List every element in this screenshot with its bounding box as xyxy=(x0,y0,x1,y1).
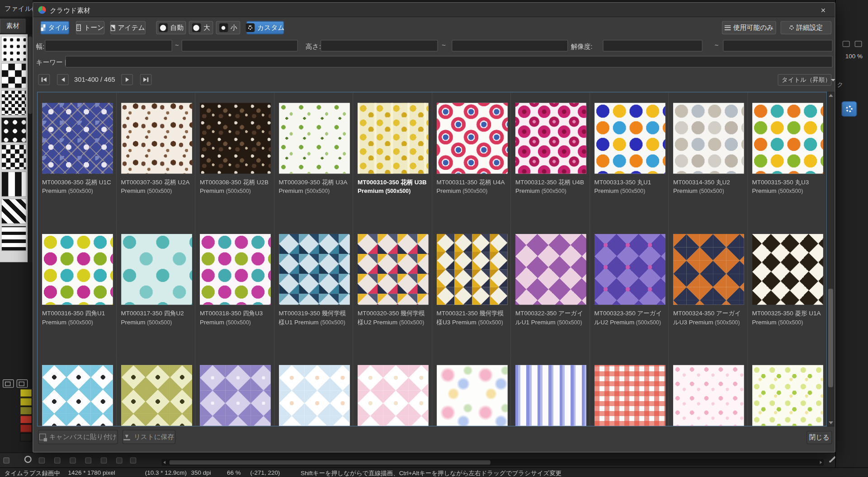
paste-to-canvas-button[interactable]: キャンバスに貼り付け xyxy=(38,430,118,444)
material-thumbnail[interactable] xyxy=(42,103,113,174)
scrollbar-thumb[interactable] xyxy=(828,289,833,387)
material-thumbnail[interactable] xyxy=(358,103,429,174)
material-cell xyxy=(748,355,826,426)
tool-icon[interactable] xyxy=(130,458,136,463)
first-page-button[interactable] xyxy=(38,74,50,85)
scroll-down-icon[interactable] xyxy=(829,421,833,424)
grid-vertical-scrollbar[interactable] xyxy=(827,92,834,426)
material-thumbnail[interactable] xyxy=(437,103,508,174)
material-palette-tab[interactable]: 素材 xyxy=(0,19,25,33)
size-filter-custom[interactable]: カスタム xyxy=(246,21,284,34)
detail-settings-button[interactable]: 詳細設定 xyxy=(781,21,832,34)
material-thumbnail[interactable] xyxy=(752,234,823,305)
width-min-input[interactable] xyxy=(45,40,172,51)
material-thumbnail[interactable] xyxy=(752,365,823,426)
pattern-thumbnail[interactable] xyxy=(1,63,26,89)
pattern-thumbnail[interactable] xyxy=(1,90,26,116)
material-thumbnail[interactable] xyxy=(121,365,192,426)
pattern-thumbnail[interactable] xyxy=(1,36,26,61)
color-swatch[interactable] xyxy=(20,389,32,397)
color-swatch[interactable] xyxy=(20,424,32,432)
panel-menu-icon[interactable] xyxy=(855,41,862,47)
material-thumbnail[interactable] xyxy=(200,365,271,426)
close-icon[interactable]: × xyxy=(817,5,829,15)
material-thumbnail[interactable] xyxy=(121,234,192,305)
material-thumbnail[interactable] xyxy=(752,103,823,174)
material-thumbnail[interactable] xyxy=(594,103,665,174)
material-thumbnail[interactable] xyxy=(42,234,113,305)
material-thumbnail[interactable] xyxy=(358,234,429,305)
material-thumbnail[interactable] xyxy=(121,103,192,174)
color-swatch[interactable] xyxy=(20,407,32,415)
usable-only-button[interactable]: 使用可能のみ xyxy=(722,21,776,34)
pattern-thumbnail[interactable] xyxy=(1,226,26,251)
canvas-horizontal-scrollbar[interactable] xyxy=(162,459,824,466)
resolution-min-input[interactable] xyxy=(603,40,702,51)
next-page-button[interactable] xyxy=(121,74,133,85)
tab-item[interactable]: アイテム xyxy=(110,21,146,34)
width-label: 幅: xyxy=(36,42,45,51)
tool-icon[interactable] xyxy=(3,458,9,463)
prev-page-button[interactable] xyxy=(57,74,69,85)
resolution-max-input[interactable] xyxy=(723,40,832,51)
panel-collapse-icon[interactable] xyxy=(843,41,850,47)
settings-gear-button[interactable] xyxy=(841,101,857,117)
size-filter-large[interactable]: 大 xyxy=(189,21,213,34)
application-window: ファイル(F) 素材 100 % ク タイムラプス録画中 1426 * xyxy=(0,0,868,477)
material-thumbnail[interactable] xyxy=(594,234,665,305)
material-list-scrollbar[interactable] xyxy=(28,34,33,262)
pattern-thumbnail[interactable] xyxy=(1,145,26,170)
tool-icon[interactable] xyxy=(101,458,107,463)
material-thumbnail[interactable] xyxy=(515,103,586,174)
cloud-materials-dialog: クラウド素材 × タイル トーン アイテム 自動 大 xyxy=(33,2,835,453)
material-thumbnail[interactable] xyxy=(673,234,744,305)
scroll-up-icon[interactable] xyxy=(829,94,833,97)
material-thumbnail[interactable] xyxy=(673,365,744,426)
scroll-right-icon[interactable] xyxy=(820,461,822,464)
sort-dropdown[interactable]: タイトル（昇順） xyxy=(778,74,831,86)
pattern-thumbnail[interactable] xyxy=(1,117,26,143)
material-thumbnail[interactable] xyxy=(279,234,350,305)
rotate-icon[interactable] xyxy=(24,456,32,463)
color-swatch[interactable] xyxy=(20,433,32,441)
material-thumbnail[interactable] xyxy=(437,234,508,305)
pattern-thumbnail[interactable] xyxy=(1,199,26,224)
color-swatch[interactable] xyxy=(20,398,32,406)
height-max-input[interactable] xyxy=(452,40,568,51)
save-to-list-button[interactable]: リストに保存 xyxy=(123,430,176,444)
material-thumbnail[interactable] xyxy=(515,365,586,426)
quick-access-tab[interactable]: ク xyxy=(837,81,843,89)
material-thumbnail[interactable] xyxy=(437,365,508,426)
tool-icon[interactable] xyxy=(116,458,122,463)
size-filter-auto[interactable]: 自動 xyxy=(156,21,186,34)
tab-tone[interactable]: トーン xyxy=(76,21,105,34)
tool-icon[interactable] xyxy=(39,458,45,463)
color-swatch[interactable] xyxy=(20,416,32,424)
material-thumbnail[interactable] xyxy=(200,103,271,174)
keyword-input[interactable] xyxy=(65,56,832,68)
resolution-value: 350 dpi xyxy=(191,469,211,476)
tool-icon[interactable] xyxy=(85,458,91,463)
scroll-left-icon[interactable] xyxy=(163,461,165,464)
material-thumbnail[interactable] xyxy=(515,234,586,305)
panel-button-icon[interactable] xyxy=(3,379,14,388)
material-thumbnail[interactable] xyxy=(673,103,744,174)
material-thumbnail[interactable] xyxy=(42,365,113,426)
close-button[interactable]: 閉じる xyxy=(807,431,832,444)
tool-icon[interactable] xyxy=(54,458,60,463)
panel-button-icon[interactable] xyxy=(17,379,28,388)
material-thumbnail[interactable] xyxy=(358,365,429,426)
material-thumbnail[interactable] xyxy=(279,103,350,174)
dialog-titlebar[interactable]: クラウド素材 × xyxy=(33,3,835,17)
material-thumbnail[interactable] xyxy=(279,365,350,426)
pattern-thumbnail[interactable] xyxy=(1,172,26,197)
material-thumbnail[interactable] xyxy=(594,365,665,426)
last-page-button[interactable] xyxy=(140,74,152,85)
size-filter-small[interactable]: 小 xyxy=(216,21,241,34)
width-max-input[interactable] xyxy=(182,40,298,51)
tab-tile[interactable]: タイル xyxy=(40,21,69,34)
scrollbar-thumb[interactable] xyxy=(170,460,491,465)
height-min-input[interactable] xyxy=(321,40,438,51)
tool-icon[interactable] xyxy=(70,458,75,463)
material-thumbnail[interactable] xyxy=(200,234,271,305)
